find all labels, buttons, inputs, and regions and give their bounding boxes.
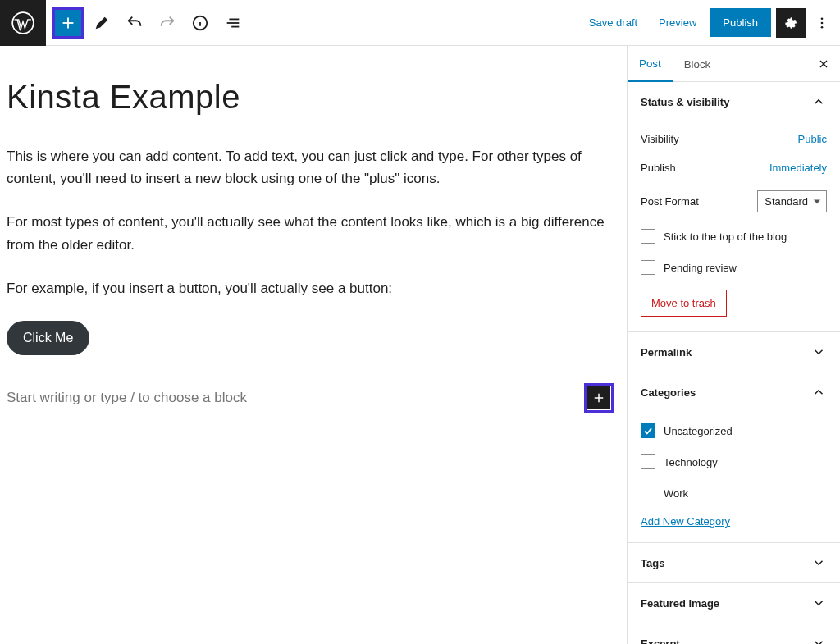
panel-toggle-permalink[interactable]: Permalink <box>628 332 840 372</box>
post-title[interactable]: Kinsta Example <box>7 79 614 116</box>
paragraph-block[interactable]: This is where you can add content. To ad… <box>7 145 614 190</box>
category-label: Work <box>664 487 688 500</box>
edit-mode-button[interactable] <box>87 8 116 38</box>
settings-sidebar: Post Block Status & visibility Visibilit… <box>627 46 840 644</box>
panel-toggle-categories[interactable]: Categories <box>628 372 840 412</box>
preview-button[interactable]: Preview <box>651 10 705 35</box>
publish-button[interactable]: Publish <box>710 8 771 37</box>
post-format-label: Post Format <box>641 195 699 208</box>
category-label: Technology <box>664 456 718 468</box>
post-format-select[interactable]: Standard <box>757 190 827 212</box>
more-options-button[interactable] <box>810 8 833 38</box>
paragraph-block[interactable]: For most types of content, you'll actual… <box>7 211 614 255</box>
category-checkbox-work[interactable] <box>641 486 655 500</box>
panel-tags: Tags <box>628 543 840 583</box>
inline-add-highlight <box>584 383 614 413</box>
dots-vertical-icon <box>815 16 829 30</box>
chevron-up-icon <box>810 384 827 400</box>
panel-featured-image: Featured image <box>628 583 840 623</box>
redo-icon <box>158 14 176 32</box>
plus-icon <box>591 391 606 405</box>
svg-point-11 <box>821 25 824 28</box>
editor-toolbar: Save draft Preview Publish <box>0 0 840 46</box>
settings-button[interactable] <box>776 8 806 38</box>
wordpress-logo[interactable] <box>0 0 46 46</box>
chevron-down-icon <box>810 344 827 360</box>
move-to-trash-button[interactable]: Move to trash <box>641 290 727 317</box>
panel-status-visibility: Status & visibility Visibility Public Pu… <box>628 82 840 332</box>
outline-button[interactable] <box>218 8 248 38</box>
paragraph-block[interactable]: For example, if you insert a button, you… <box>7 277 614 299</box>
close-sidebar-button[interactable] <box>807 48 840 80</box>
empty-block-row: Start writing or type / to choose a bloc… <box>7 383 614 413</box>
undo-button[interactable] <box>120 8 149 38</box>
toolbar-right: Save draft Preview Publish <box>581 8 840 38</box>
panel-toggle-status[interactable]: Status & visibility <box>628 82 840 121</box>
panel-title: Permalink <box>641 346 692 359</box>
stick-top-checkbox[interactable] <box>641 229 655 244</box>
svg-point-10 <box>821 21 824 24</box>
stick-top-label: Stick to the top of the blog <box>664 231 787 243</box>
chevron-down-icon <box>810 555 827 571</box>
category-checkbox-uncategorized[interactable] <box>641 423 655 438</box>
category-checkbox-technology[interactable] <box>641 454 655 469</box>
inline-add-block-button[interactable] <box>587 386 610 409</box>
panel-toggle-featured[interactable]: Featured image <box>628 583 840 623</box>
visibility-value[interactable]: Public <box>798 133 827 145</box>
gear-icon <box>782 14 800 32</box>
save-draft-button[interactable]: Save draft <box>581 10 646 35</box>
chevron-up-icon <box>810 94 827 110</box>
chevron-down-icon <box>810 595 827 611</box>
close-icon <box>817 57 830 71</box>
plus-icon <box>59 14 77 32</box>
sidebar-tabs: Post Block <box>628 46 840 82</box>
add-new-category-link[interactable]: Add New Category <box>641 515 730 528</box>
panel-categories: Categories Uncategorized Technology Work… <box>628 372 840 543</box>
chevron-down-icon <box>810 635 827 644</box>
info-icon <box>191 14 209 32</box>
pending-review-label: Pending review <box>664 262 737 274</box>
panel-title: Excerpt <box>641 637 680 645</box>
tab-block[interactable]: Block <box>673 47 723 80</box>
redo-button[interactable] <box>153 8 182 38</box>
publish-label: Publish <box>641 162 676 174</box>
panel-toggle-excerpt[interactable]: Excerpt <box>628 623 840 644</box>
editor-canvas[interactable]: Kinsta Example This is where you can add… <box>0 46 627 644</box>
panel-title: Featured image <box>641 597 719 610</box>
list-icon <box>224 14 242 32</box>
panel-permalink: Permalink <box>628 332 840 372</box>
toolbar-left-tools <box>46 7 254 39</box>
tab-post[interactable]: Post <box>628 46 673 82</box>
panel-title: Categories <box>641 386 696 399</box>
pencil-icon <box>93 14 111 32</box>
details-button[interactable] <box>185 8 215 38</box>
block-placeholder[interactable]: Start writing or type / to choose a bloc… <box>7 390 247 406</box>
category-label: Uncategorized <box>664 425 733 437</box>
panel-title: Tags <box>641 557 664 569</box>
wordpress-icon <box>11 11 34 34</box>
undo-icon <box>126 14 144 32</box>
visibility-label: Visibility <box>641 133 679 145</box>
panel-toggle-tags[interactable]: Tags <box>628 543 840 582</box>
panel-excerpt: Excerpt <box>628 623 840 644</box>
svg-point-9 <box>821 17 824 20</box>
add-block-button[interactable] <box>52 7 84 39</box>
panel-title: Status & visibility <box>641 96 729 108</box>
publish-value[interactable]: Immediately <box>769 162 827 174</box>
pending-review-checkbox[interactable] <box>641 260 655 275</box>
button-block[interactable]: Click Me <box>7 321 89 355</box>
